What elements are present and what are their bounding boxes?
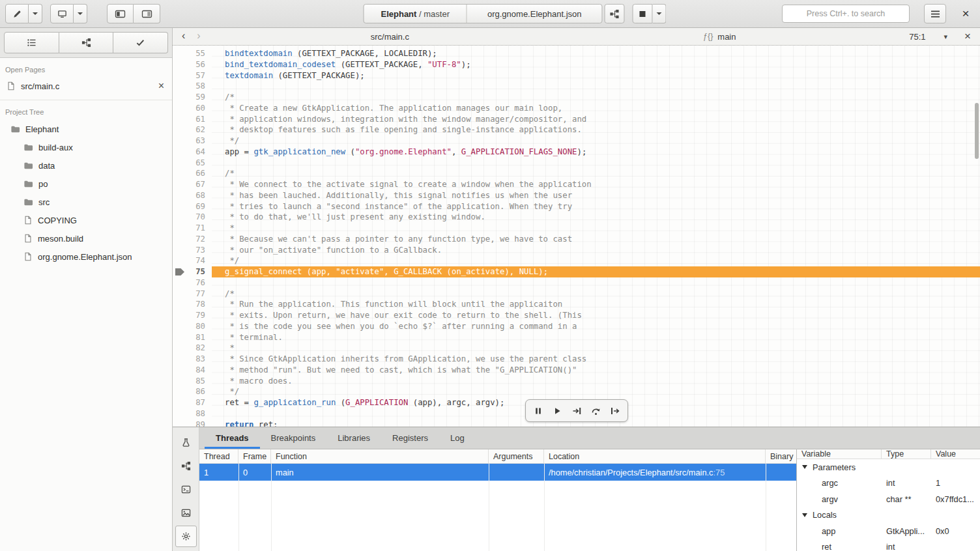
code-line-65[interactable]: 65 bbox=[173, 158, 980, 169]
code-line-59[interactable]: 59/* bbox=[173, 92, 980, 103]
code-line-86[interactable]: 86 */ bbox=[173, 386, 980, 397]
tree-panel-button[interactable] bbox=[175, 455, 197, 477]
sidebar-tab-pages[interactable] bbox=[4, 32, 59, 53]
device-dropdown[interactable] bbox=[74, 4, 87, 23]
toggle-left-panel-button[interactable] bbox=[107, 4, 134, 23]
code-line-79[interactable]: 79 * exits. Upon return, we have our exi… bbox=[173, 310, 980, 321]
code-line-55[interactable]: 55bindtextdomain (GETTEXT_PACKAGE, LOCAL… bbox=[173, 48, 980, 59]
code-line-66[interactable]: 66/* bbox=[173, 168, 980, 179]
code-editor[interactable]: 55bindtextdomain (GETTEXT_PACKAGE, LOCAL… bbox=[173, 46, 980, 427]
line-gutter[interactable]: 87 bbox=[173, 397, 212, 408]
code-line-70[interactable]: 70 * to do that, we'll just present any … bbox=[173, 212, 980, 223]
current-symbol[interactable]: main bbox=[717, 32, 736, 42]
column-header-thread[interactable]: Thread bbox=[199, 449, 238, 463]
perspective-editor-dropdown[interactable] bbox=[29, 4, 42, 23]
line-gutter[interactable]: 75 bbox=[173, 266, 212, 277]
code-line-85[interactable]: 85 * macro does. bbox=[173, 376, 980, 387]
column-header-function[interactable]: Function bbox=[271, 449, 489, 463]
line-gutter[interactable]: 64 bbox=[173, 147, 212, 158]
line-gutter[interactable]: 55 bbox=[173, 48, 212, 59]
line-gutter[interactable]: 80 bbox=[173, 321, 212, 332]
stop-button[interactable] bbox=[633, 4, 653, 23]
tree-item-data[interactable]: data bbox=[0, 156, 172, 175]
column-header-value[interactable]: Value bbox=[931, 449, 980, 459]
column-header-type[interactable]: Type bbox=[882, 449, 931, 459]
code-line-82[interactable]: 82 * bbox=[173, 343, 980, 354]
back-button[interactable]: ‹ bbox=[182, 31, 185, 42]
line-gutter[interactable]: 56 bbox=[173, 59, 212, 70]
variable-row-argc[interactable]: argcint1 bbox=[797, 475, 980, 492]
project-branch-button[interactable]: Elephant / master bbox=[364, 5, 466, 23]
close-page-icon[interactable]: × bbox=[158, 81, 164, 91]
line-gutter[interactable]: 60 bbox=[173, 103, 212, 114]
editor-dropdown-icon[interactable]: ▾ bbox=[944, 33, 948, 41]
tree-item-po[interactable]: po bbox=[0, 175, 172, 193]
line-gutter[interactable]: 74 bbox=[173, 255, 212, 266]
code-line-62[interactable]: 62 * desktop features such as file openi… bbox=[173, 124, 980, 135]
variable-row-ret[interactable]: retint bbox=[797, 539, 980, 551]
line-gutter[interactable]: 81 bbox=[173, 332, 212, 343]
line-gutter[interactable]: 85 bbox=[173, 376, 212, 387]
line-gutter[interactable]: 72 bbox=[173, 234, 212, 245]
code-line-81[interactable]: 81 * terminal. bbox=[173, 332, 980, 343]
build-config-button[interactable]: org.gnome.Elephant.json bbox=[467, 5, 602, 23]
tree-item-org.gnome.Elephant.json[interactable]: org.gnome.Elephant.json bbox=[0, 247, 172, 266]
tab-registers[interactable]: Registers bbox=[381, 427, 439, 449]
line-gutter[interactable]: 77 bbox=[173, 289, 212, 300]
column-header-variable[interactable]: Variable bbox=[797, 449, 882, 459]
code-line-60[interactable]: 60 * Create a new GtkApplication. The ap… bbox=[173, 103, 980, 114]
line-gutter[interactable]: 78 bbox=[173, 299, 212, 310]
code-line-63[interactable]: 63 */ bbox=[173, 135, 980, 147]
line-gutter[interactable]: 61 bbox=[173, 114, 212, 125]
tab-threads[interactable]: Threads bbox=[205, 427, 260, 449]
sidebar-tab-todo[interactable] bbox=[113, 32, 168, 53]
step-over-button[interactable] bbox=[587, 402, 605, 419]
line-gutter[interactable]: 73 bbox=[173, 245, 212, 256]
line-gutter[interactable]: 58 bbox=[173, 81, 212, 92]
line-gutter[interactable]: 89 bbox=[173, 419, 212, 427]
code-line-84[interactable]: 84 * method "run". But we need to cast, … bbox=[173, 365, 980, 376]
tree-item-meson.build[interactable]: meson.build bbox=[0, 229, 172, 247]
toggle-right-panel-button[interactable] bbox=[134, 4, 160, 23]
code-line-74[interactable]: 74 */ bbox=[173, 255, 980, 266]
variable-row-app[interactable]: appGtkAppli...0x0 bbox=[797, 523, 980, 539]
sidebar-tab-tree[interactable] bbox=[59, 32, 114, 53]
line-gutter[interactable]: 69 bbox=[173, 201, 212, 212]
code-line-75[interactable]: 75g_signal_connect (app, "activate", G_C… bbox=[173, 266, 980, 277]
editor-close-button[interactable]: × bbox=[964, 31, 971, 42]
variable-group-locals[interactable]: Locals bbox=[797, 507, 980, 524]
column-header-frame[interactable]: Frame bbox=[238, 449, 271, 463]
thread-row[interactable]: 10main/home/christian/Projects/Elephant/… bbox=[199, 464, 796, 481]
line-gutter[interactable]: 70 bbox=[173, 212, 212, 223]
line-gutter[interactable]: 82 bbox=[173, 343, 212, 354]
terminal-panel-button[interactable] bbox=[175, 479, 197, 500]
gear-panel-button[interactable] bbox=[175, 526, 197, 547]
open-page-item[interactable]: src/main.c × bbox=[0, 78, 172, 94]
flask-panel-button[interactable] bbox=[175, 432, 197, 453]
code-line-71[interactable]: 71 * bbox=[173, 223, 980, 234]
column-header-binary[interactable]: Binary bbox=[766, 449, 796, 463]
line-gutter[interactable]: 68 bbox=[173, 190, 212, 201]
menu-button[interactable] bbox=[924, 4, 946, 23]
line-gutter[interactable]: 66 bbox=[173, 168, 212, 179]
line-gutter[interactable]: 86 bbox=[173, 386, 212, 397]
code-line-58[interactable]: 58 bbox=[173, 81, 980, 92]
tab-breakpoints[interactable]: Breakpoints bbox=[260, 427, 327, 449]
build-button[interactable] bbox=[605, 4, 625, 23]
tree-item-src[interactable]: src bbox=[0, 193, 172, 211]
code-line-77[interactable]: 77/* bbox=[173, 289, 980, 300]
line-gutter[interactable]: 67 bbox=[173, 179, 212, 190]
line-gutter[interactable]: 59 bbox=[173, 92, 212, 103]
tree-item-build-aux[interactable]: build-aux bbox=[0, 138, 172, 156]
expander-icon[interactable] bbox=[802, 465, 807, 469]
code-line-56[interactable]: 56bind_textdomain_codeset (GETTEXT_PACKA… bbox=[173, 59, 980, 70]
line-gutter[interactable]: 65 bbox=[173, 158, 212, 169]
variable-group-parameters[interactable]: Parameters bbox=[797, 459, 980, 475]
line-gutter[interactable]: 79 bbox=[173, 310, 212, 321]
expander-icon[interactable] bbox=[802, 513, 807, 517]
code-line-76[interactable]: 76 bbox=[173, 277, 980, 289]
device-button[interactable] bbox=[50, 4, 74, 23]
tab-libraries[interactable]: Libraries bbox=[326, 427, 381, 449]
step-out-button[interactable] bbox=[607, 402, 624, 419]
line-gutter[interactable]: 84 bbox=[173, 365, 212, 376]
